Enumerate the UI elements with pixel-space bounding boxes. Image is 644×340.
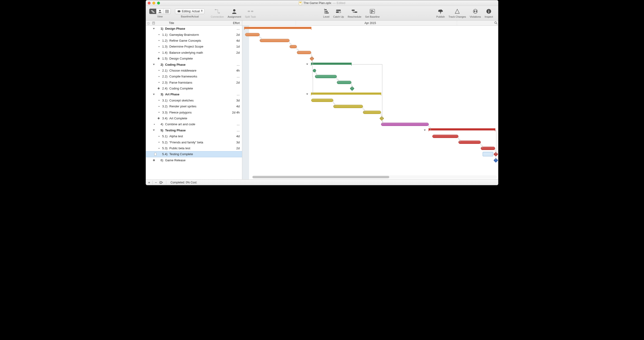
gantt-row[interactable] bbox=[242, 80, 498, 86]
task-title[interactable]: Design Phase bbox=[164, 27, 228, 30]
gantt-task-bar[interactable] bbox=[337, 81, 352, 84]
gantt-row[interactable] bbox=[242, 133, 498, 139]
gantt-row[interactable] bbox=[242, 38, 498, 44]
gantt-group-expander-icon[interactable] bbox=[306, 94, 308, 95]
gantt-row[interactable] bbox=[242, 56, 498, 62]
task-title[interactable]: Coding Complete bbox=[168, 87, 228, 90]
task-effort[interactable]: 2d bbox=[228, 146, 242, 150]
gantt-milestone[interactable] bbox=[380, 116, 384, 121]
task-title[interactable]: Compile frameworks bbox=[168, 75, 228, 78]
gantt-task-bar[interactable] bbox=[432, 135, 458, 138]
task-row[interactable]: 3.2)Render pixel sprites4d bbox=[146, 103, 242, 109]
task-row[interactable]: 5.4)Testing Complete bbox=[146, 151, 242, 157]
gantt-short-task[interactable] bbox=[313, 69, 316, 72]
task-row[interactable]: 4)Combine art and code… bbox=[146, 121, 242, 127]
connection-button[interactable]: Connection bbox=[209, 8, 226, 18]
task-effort[interactable]: … bbox=[228, 27, 242, 30]
task-title[interactable]: Render pixel sprites bbox=[168, 105, 228, 108]
task-row[interactable]: 3.1)Concept sketches3d bbox=[146, 98, 242, 103]
task-row[interactable]: 5.1)Alpha test4d bbox=[146, 133, 242, 139]
effort-column-header[interactable]: Effort bbox=[228, 22, 242, 25]
task-outline[interactable]: 1)Design Phase…1.1)Gameplay Brainstorm2d… bbox=[146, 26, 242, 179]
gantt-row[interactable] bbox=[242, 157, 498, 163]
gantt-row[interactable] bbox=[242, 127, 498, 133]
gantt-row[interactable] bbox=[242, 62, 498, 67]
inspect-button[interactable]: Inspect bbox=[483, 8, 495, 18]
task-row[interactable]: 2.3)Parse framistans2d bbox=[146, 80, 242, 86]
view-resource-button[interactable] bbox=[156, 9, 164, 14]
gantt-row[interactable] bbox=[242, 151, 498, 157]
task-effort[interactable]: … bbox=[228, 129, 242, 132]
gantt-task-bar[interactable] bbox=[260, 39, 290, 42]
gantt-task-bar[interactable] bbox=[363, 111, 381, 114]
task-title[interactable]: Combine art and code bbox=[164, 122, 228, 126]
gantt-row[interactable] bbox=[242, 145, 498, 151]
gantt-task-bar[interactable] bbox=[315, 75, 337, 78]
task-title[interactable]: Coding Phase bbox=[164, 63, 228, 66]
gantt-group-expander-icon[interactable] bbox=[424, 130, 426, 131]
task-title[interactable]: Testing Phase bbox=[164, 129, 228, 132]
gantt-group-bar[interactable] bbox=[244, 27, 311, 29]
disclosure-triangle-icon[interactable] bbox=[153, 94, 155, 95]
disclosure-triangle-icon[interactable] bbox=[153, 64, 155, 65]
task-effort[interactable]: 2d bbox=[228, 81, 242, 84]
outline-handle-column-header[interactable] bbox=[146, 22, 151, 25]
task-title[interactable]: Fleece polygons bbox=[168, 111, 228, 114]
task-row[interactable]: 2.2)Compile frameworks… bbox=[146, 74, 242, 79]
gantt-row[interactable] bbox=[242, 44, 498, 50]
gantt-row[interactable] bbox=[242, 121, 498, 127]
task-title[interactable]: Public beta test bbox=[168, 146, 228, 150]
task-effort[interactable]: … bbox=[228, 122, 242, 126]
task-row[interactable]: 6)Game Release bbox=[146, 157, 242, 163]
task-row[interactable]: 1.5)Design Complete bbox=[146, 56, 242, 62]
action-menu-button[interactable] bbox=[160, 181, 166, 184]
task-row[interactable]: 1.4)Balance underlying math2d bbox=[146, 50, 242, 56]
baseline-actual-dropdown[interactable]: Editing: Actual bbox=[175, 9, 205, 14]
gantt-milestone[interactable] bbox=[310, 56, 314, 61]
task-row[interactable]: 3.3)Fleece polygons2d 4h bbox=[146, 109, 242, 115]
gantt-chart[interactable] bbox=[242, 26, 498, 179]
gantt-row[interactable] bbox=[242, 86, 498, 91]
catch-up-button[interactable]: Catch Up bbox=[331, 8, 346, 18]
task-row[interactable]: 3.4)Art Complete bbox=[146, 115, 242, 121]
task-effort[interactable]: 4d bbox=[228, 105, 242, 108]
gantt-row[interactable] bbox=[242, 91, 498, 97]
task-effort[interactable]: 2d 4h bbox=[228, 111, 242, 114]
gantt-group-bar[interactable] bbox=[429, 128, 495, 130]
task-row[interactable]: 1)Design Phase… bbox=[146, 26, 242, 32]
task-row[interactable]: 1.1)Gameplay Brainstorm2d bbox=[146, 32, 242, 38]
gantt-row[interactable] bbox=[242, 115, 498, 121]
task-effort[interactable]: 2d bbox=[228, 51, 242, 54]
view-calendar-button[interactable] bbox=[164, 9, 170, 14]
task-row[interactable]: 2.4)Coding Complete bbox=[146, 86, 242, 91]
gantt-milestone[interactable] bbox=[494, 158, 498, 163]
assignment-button[interactable]: Assignment bbox=[226, 8, 243, 18]
task-effort[interactable]: 3d bbox=[228, 141, 242, 144]
gantt-milestone[interactable] bbox=[350, 86, 354, 91]
gantt-row[interactable] bbox=[242, 74, 498, 79]
gantt-row[interactable] bbox=[242, 50, 498, 56]
level-button[interactable]: Level bbox=[321, 8, 331, 18]
publish-button[interactable]: Publish bbox=[434, 8, 447, 18]
gantt-row[interactable] bbox=[242, 26, 498, 32]
gantt-group-bar[interactable] bbox=[311, 63, 352, 65]
task-row[interactable]: 2.1)Choose middleware4h bbox=[146, 68, 242, 74]
gantt-row[interactable] bbox=[242, 98, 498, 103]
set-baseline-button[interactable]: Set Baseline bbox=[363, 8, 382, 18]
disclosure-triangle-icon[interactable] bbox=[153, 28, 155, 30]
track-changes-button[interactable]: Track Changes bbox=[447, 8, 468, 18]
task-effort[interactable]: … bbox=[228, 63, 242, 66]
reschedule-button[interactable]: Reschedule bbox=[346, 8, 363, 18]
timeline-zoom-icon[interactable] bbox=[494, 22, 498, 25]
task-title[interactable]: Art Phase bbox=[164, 93, 228, 96]
task-title[interactable]: Balance underlying math bbox=[168, 51, 228, 54]
timeline-header[interactable]: Apr 2015 bbox=[242, 21, 498, 26]
task-title[interactable]: Art Complete bbox=[168, 117, 228, 120]
task-effort[interactable]: 1d bbox=[228, 45, 242, 48]
task-effort[interactable]: … bbox=[228, 75, 242, 78]
gantt-task-bar[interactable] bbox=[311, 99, 333, 102]
gantt-group-expander-icon[interactable] bbox=[306, 64, 308, 65]
violations-button[interactable]: Violations bbox=[468, 8, 483, 18]
task-title[interactable]: Design Complete bbox=[168, 57, 228, 60]
task-effort[interactable]: 4d bbox=[228, 134, 242, 138]
